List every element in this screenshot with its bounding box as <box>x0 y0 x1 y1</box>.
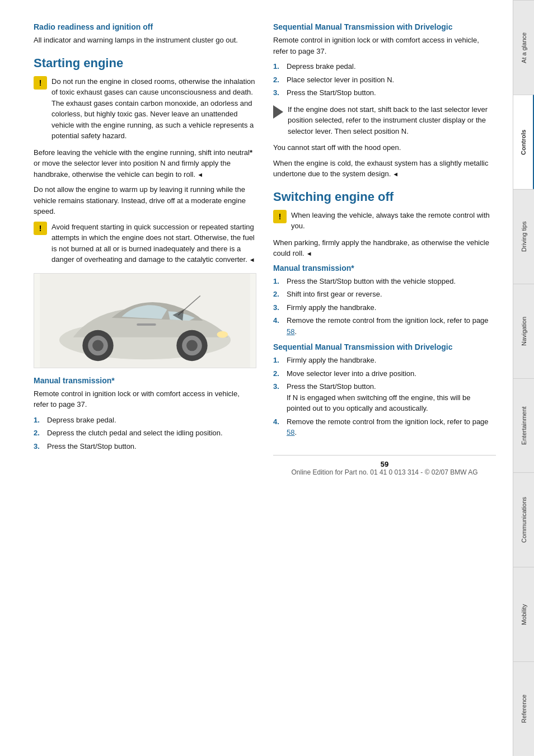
cannot-start-hood: You cannot start off with the hood open. <box>273 142 496 153</box>
warning-icon-1: ! <box>34 76 47 90</box>
warning-text-1: Do not run the engine in closed rooms, o… <box>51 76 256 142</box>
step-item: 3. Firmly apply the handbrake. <box>273 302 496 313</box>
warning-block-2: ! Avoid frequent starting in quick succe… <box>34 222 256 265</box>
starting-engine-section: Starting engine ! Do not run the engine … <box>34 56 256 265</box>
step-item: 3. Press the Start/Stop button. <box>273 87 496 98</box>
note-text-sequential: If the engine does not start, shift back… <box>288 104 496 137</box>
step-item: 1. Depress brake pedal. <box>273 61 496 72</box>
page-footer: 59 Online Edition for Part no. 01 41 0 0… <box>273 455 496 476</box>
manual-transmission-right-section: Manual transmission* 1. Press the Start/… <box>273 264 496 337</box>
svg-point-4 <box>92 340 104 351</box>
starting-engine-title: Starting engine <box>34 56 256 71</box>
warning-text-2: Avoid frequent starting in quick success… <box>51 222 256 265</box>
svg-point-7 <box>186 340 198 351</box>
radio-readiness-title: Radio readiness and ignition off <box>34 22 256 31</box>
before-leaving-para: Before leaving the vehicle with the engi… <box>34 147 256 180</box>
cold-engine-para: When the engine is cold, the exhaust sys… <box>273 158 496 180</box>
svg-rect-8 <box>137 323 156 325</box>
warm-up-para: Do not allow the engine to warm up by le… <box>34 184 256 217</box>
sidebar-tab-communications[interactable]: Communications <box>513 472 534 567</box>
step-item: 3. Press the Start/Stop button. <box>34 441 256 452</box>
sequential-start-section: Sequential Manual Transmission with Driv… <box>273 22 496 180</box>
step-item: 2. Depress the clutch pedal and select t… <box>34 428 256 439</box>
manual-transmission-left-intro: Remote control in ignition lock or with … <box>34 388 256 410</box>
warning-block-1: ! Do not run the engine in closed rooms,… <box>34 76 256 142</box>
sidebar-tab-mobility[interactable]: Mobility <box>513 567 534 661</box>
sidebar-tabs: At a glance Controls Driving tips Naviga… <box>513 0 534 756</box>
car-image <box>34 273 256 368</box>
sequential-start-intro: Remote control in ignition lock or with … <box>273 35 496 57</box>
step-item: 1. Depress brake pedal. <box>34 415 256 426</box>
step-item: 3. Press the Start/Stop button.If N is e… <box>273 381 496 414</box>
manual-transmission-right-steps: 1. Press the Start/Stop button with the … <box>273 276 496 337</box>
radio-readiness-text: All indicator and warning lamps in the i… <box>34 35 256 46</box>
step-item: 1. Press the Start/Stop button with the … <box>273 276 496 287</box>
step-item: 4. Remove the remote control from the ig… <box>273 315 496 337</box>
note-block-sequential: If the engine does not start, shift back… <box>273 104 496 137</box>
step-item: 4. Remove the remote control from the ig… <box>273 416 496 438</box>
sidebar-tab-controls[interactable]: Controls <box>513 95 534 189</box>
manual-transmission-left-section: Manual transmission* Remote control in i… <box>34 376 256 452</box>
sidebar-tab-at-a-glance[interactable]: At a glance <box>513 0 534 95</box>
sequential-stop-steps: 1. Firmly apply the handbrake. 2. Move s… <box>273 355 496 438</box>
sequential-start-steps: 1. Depress brake pedal. 2. Place selecto… <box>273 61 496 98</box>
switching-off-title: Switching engine off <box>273 190 496 204</box>
switching-off-section: Switching engine off ! When leaving the … <box>273 190 496 438</box>
warning-icon-switching: ! <box>273 210 287 223</box>
step-item: 1. Firmly apply the handbrake. <box>273 355 496 366</box>
page-number: 59 <box>273 460 496 468</box>
sequential-stop-section: Sequential Manual Transmission with Driv… <box>273 342 496 438</box>
parking-para: When parking, firmly apply the handbrake… <box>273 237 496 259</box>
sidebar-tab-entertainment[interactable]: Entertainment <box>513 378 534 473</box>
step-item: 2. Shift into first gear or reverse. <box>273 289 496 300</box>
warning-icon-2: ! <box>34 222 47 235</box>
sequential-stop-title: Sequential Manual Transmission with Driv… <box>273 342 496 351</box>
manual-transmission-left-steps: 1. Depress brake pedal. 2. Depress the c… <box>34 415 256 452</box>
footer-text: Online Edition for Part no. 01 41 0 013 … <box>273 468 496 476</box>
step-item: 2. Place selector lever in position N. <box>273 74 496 86</box>
step-item: 2. Move selector lever into a drive posi… <box>273 368 496 379</box>
svg-point-9 <box>217 331 228 337</box>
note-triangle-icon <box>273 105 283 119</box>
manual-transmission-left-title: Manual transmission* <box>34 376 256 385</box>
warning-text-switching: When leaving the vehicle, always take th… <box>291 210 496 232</box>
sidebar-tab-navigation[interactable]: Navigation <box>513 284 534 378</box>
sidebar-tab-driving-tips[interactable]: Driving tips <box>513 189 534 284</box>
manual-transmission-right-title: Manual transmission* <box>273 264 496 273</box>
sidebar-tab-reference[interactable]: Reference <box>513 661 534 756</box>
radio-readiness-section: Radio readiness and ignition off All ind… <box>34 22 256 46</box>
sequential-start-title: Sequential Manual Transmission with Driv… <box>273 22 496 31</box>
warning-block-switching: ! When leaving the vehicle, always take … <box>273 210 496 232</box>
